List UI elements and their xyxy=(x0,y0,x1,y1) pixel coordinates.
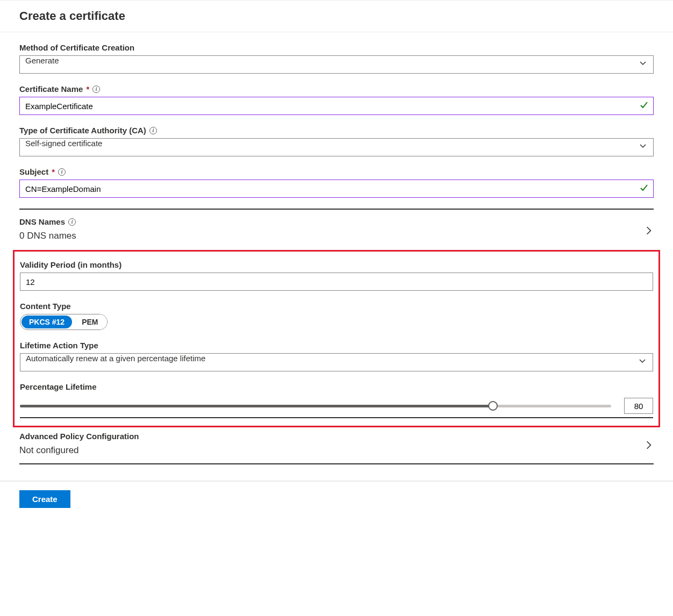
advanced-policy-value: Not configured xyxy=(19,443,139,460)
check-icon xyxy=(640,101,648,111)
lifetime-action-label: Lifetime Action Type xyxy=(20,341,653,350)
footer: Create xyxy=(0,481,673,517)
content-type-field: Content Type PKCS #12 PEM xyxy=(20,302,653,330)
method-field: Method of Certificate Creation Generate xyxy=(19,43,654,74)
advanced-policy-row[interactable]: Advanced Policy Configuration Not config… xyxy=(19,432,654,460)
subject-label: Subject xyxy=(19,167,48,176)
required-indicator: * xyxy=(52,167,55,176)
validity-input[interactable] xyxy=(20,273,653,291)
info-icon[interactable]: i xyxy=(92,85,100,93)
divider xyxy=(19,463,654,464)
lifetime-action-select[interactable]: Automatically renew at a given percentag… xyxy=(20,353,653,371)
info-icon[interactable]: i xyxy=(68,218,76,226)
create-button[interactable]: Create xyxy=(19,490,70,508)
method-label: Method of Certificate Creation xyxy=(19,43,654,52)
dns-names-label: DNS Names xyxy=(19,217,65,226)
content-type-pkcs12[interactable]: PKCS #12 xyxy=(22,316,72,328)
percentage-slider[interactable] xyxy=(20,400,611,411)
chevron-right-icon xyxy=(644,440,654,452)
content-type-label: Content Type xyxy=(20,302,653,311)
info-icon[interactable]: i xyxy=(58,168,66,176)
chevron-right-icon xyxy=(644,226,654,238)
content-type-pem[interactable]: PEM xyxy=(73,314,106,330)
page-title: Create a certificate xyxy=(0,1,673,32)
advanced-policy-label: Advanced Policy Configuration xyxy=(19,432,139,441)
validity-field: Validity Period (in months) xyxy=(20,260,653,291)
cert-name-field: Certificate Name * i xyxy=(19,84,654,115)
percentage-value-input[interactable] xyxy=(624,398,653,414)
ca-type-select[interactable]: Self-signed certificate xyxy=(19,138,654,156)
ca-type-label: Type of Certificate Authority (CA) xyxy=(19,126,146,135)
required-indicator: * xyxy=(86,84,89,94)
percentage-lifetime-label: Percentage Lifetime xyxy=(20,382,653,391)
content-type-toggle: PKCS #12 PEM xyxy=(20,314,108,330)
method-select[interactable]: Generate xyxy=(19,55,654,74)
divider xyxy=(20,417,653,418)
check-icon xyxy=(640,183,648,194)
divider xyxy=(19,209,654,210)
ca-type-field: Type of Certificate Authority (CA) i Sel… xyxy=(19,126,654,156)
subject-field: Subject * i xyxy=(19,167,654,198)
lifetime-action-field: Lifetime Action Type Automatically renew… xyxy=(20,341,653,371)
highlighted-section: Validity Period (in months) Content Type… xyxy=(13,250,660,427)
validity-label: Validity Period (in months) xyxy=(20,260,653,269)
info-icon[interactable]: i xyxy=(149,127,157,134)
subject-input[interactable] xyxy=(19,180,654,198)
percentage-lifetime-field: Percentage Lifetime xyxy=(20,382,653,414)
cert-name-label: Certificate Name xyxy=(19,84,83,94)
cert-name-input[interactable] xyxy=(19,97,654,115)
dns-names-row[interactable]: DNS Names i 0 DNS names xyxy=(19,217,654,246)
dns-names-value: 0 DNS names xyxy=(19,228,76,246)
